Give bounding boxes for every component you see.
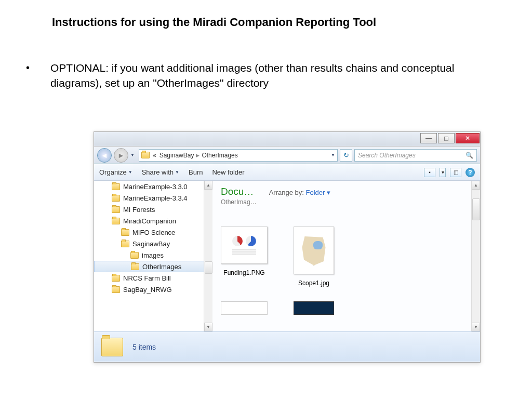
breadcrumb-prefix: « [153,152,156,159]
folder-icon [130,252,139,259]
tree-item-label: MI Forests [123,206,155,214]
bullet-text: OPTIONAL: if you want additional images … [50,60,501,91]
navbar: ◄ ► ▼ « SaginawBay ▶ OtherImages ▼ ↻ Sea… [94,147,480,164]
tree-item-label: MarineExample-3.3.4 [123,194,188,202]
scroll-up-icon[interactable]: ▲ [472,181,480,190]
bullet-marker: • [26,60,30,91]
thumbnail-image [294,227,334,274]
tree-item[interactable]: NRCS Farm Bill [94,272,212,284]
refresh-button[interactable]: ↻ [340,149,352,162]
thumbnail-image [221,227,268,264]
tree-pane: MarineExample-3.3.0MarineExample-3.3.4MI… [94,181,212,331]
file-thumb[interactable]: Scope1.jpg [294,227,334,287]
content-pane: Docu… OtherImag… Arrange by: Folder ▾ [212,181,480,331]
scroll-down-icon[interactable]: ▼ [204,323,212,331]
view-dropdown-button[interactable]: ▾ [440,168,446,177]
folder-icon [121,241,129,247]
tree-item-label: NRCS Farm Bill [123,274,171,282]
maximize-button[interactable]: ◻ [438,133,455,143]
tree-item-label: SagBay_NRWG [123,286,172,294]
tree-item[interactable]: MarineExample-3.3.0 [94,181,212,192]
nav-history-dropdown[interactable]: ▼ [130,153,137,157]
folder-icon [112,286,120,293]
arrange-by-dropdown[interactable]: Folder ▾ [306,189,330,196]
close-button[interactable]: ✕ [456,133,480,143]
folder-icon [141,152,150,158]
preview-pane-button[interactable]: ◫ [450,168,461,177]
tree-item[interactable]: images [94,249,212,261]
library-subtitle: OtherImag… [221,198,257,206]
tree-item[interactable]: OtherImages [94,261,212,272]
file-label: Funding1.PNG [221,269,268,276]
tree-item[interactable]: MIFO Science [94,227,212,238]
chevron-right-icon: ▶ [196,153,200,158]
folder-icon [131,263,139,270]
burn-button[interactable]: Burn [189,168,203,176]
forward-button[interactable]: ► [114,148,128,163]
tree-item[interactable]: MarineExample-3.3.4 [94,192,212,204]
share-button[interactable]: Share with▼ [142,168,179,176]
organize-button[interactable]: Organize▼ [99,168,132,176]
folder-icon [112,218,120,224]
titlebar: — ◻ ✕ [94,132,480,147]
scroll-up-icon[interactable]: ▲ [204,181,212,190]
tree-item[interactable]: SaginawBay [94,238,212,249]
tree-item[interactable]: SagBay_NRWG [94,284,212,295]
folder-icon [101,338,123,356]
address-dropdown-icon[interactable]: ▼ [331,153,335,157]
file-label: Scope1.jpg [294,280,334,287]
library-title: Docu… [221,186,257,197]
folder-icon [112,275,120,282]
explorer-window: — ◻ ✕ ◄ ► ▼ « SaginawBay ▶ OtherImages ▼… [94,131,481,363]
search-placeholder: Search OtherImages [358,152,416,159]
address-bar[interactable]: « SaginawBay ▶ OtherImages ▼ [139,149,338,162]
tree-item-label: MiradiCompanion [123,217,176,225]
scroll-grip[interactable] [472,198,480,220]
tree-item-label: images [142,251,164,259]
tree-item-label: MarineExample-3.3.0 [123,183,188,191]
arrange-by: Arrange by: Folder ▾ [269,189,330,196]
help-button[interactable]: ? [466,168,475,177]
toolbar: Organize▼ Share with▼ Burn New folder ▪ … [94,164,480,181]
tree-item[interactable]: MI Forests [94,204,212,215]
search-icon: 🔍 [466,152,473,159]
file-thumb-partial[interactable] [294,301,334,315]
tree-scrollbar[interactable]: ▲ ▼ [204,181,212,331]
file-thumb-partial[interactable] [221,301,268,315]
newfolder-button[interactable]: New folder [212,168,244,176]
tree-item-label: SaginawBay [132,240,170,248]
content-scrollbar[interactable]: ▲ ▼ [471,181,480,331]
folder-icon [112,206,120,213]
tree-item-label: OtherImages [142,263,181,271]
status-text: 5 items [132,343,156,351]
breadcrumb-seg1[interactable]: SaginawBay [159,152,194,159]
status-bar: 5 items [94,331,480,362]
tree-item[interactable]: MiradiCompanion [94,215,212,227]
scroll-down-icon[interactable]: ▼ [472,323,480,331]
folder-icon [121,229,129,236]
folder-icon [112,183,120,190]
slide-title: Instructions for using the Miradi Compan… [52,16,501,29]
tree-item-label: MIFO Science [132,229,175,236]
view-mode-button[interactable]: ▪ [424,168,435,177]
back-button[interactable]: ◄ [97,148,112,163]
search-input[interactable]: Search OtherImages 🔍 [354,149,477,162]
scroll-grip[interactable] [205,261,212,274]
minimize-button[interactable]: — [420,133,437,143]
file-thumb[interactable]: Funding1.PNG [221,227,268,287]
folder-icon [112,195,120,202]
breadcrumb-seg2[interactable]: OtherImages [202,152,237,159]
